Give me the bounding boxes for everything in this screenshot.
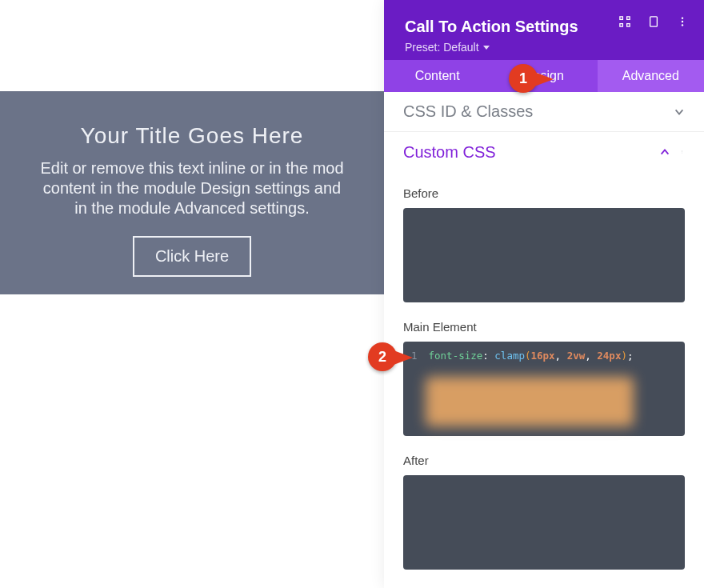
semicolon-token: ;: [627, 350, 634, 362]
preview-description: Edit or remove this text inline or in th…: [0, 158, 384, 218]
blurred-content: [426, 377, 634, 426]
field-label-before: Before: [403, 186, 685, 200]
cta-button[interactable]: Click Here: [133, 236, 251, 277]
svg-rect-0: [620, 17, 623, 20]
more-vertical-icon[interactable]: [682, 146, 685, 158]
main-element-code-input[interactable]: 1 font-size: clamp(16px, 2vw, 24px);: [403, 342, 685, 436]
value-token: 2vw: [567, 350, 586, 362]
section-css-id-classes[interactable]: CSS ID & Classes: [384, 92, 704, 132]
field-label-main-element: Main Element: [403, 320, 685, 334]
section-label: Custom CSS: [403, 143, 496, 162]
preview-desc-line: content in the module Design settings an…: [43, 179, 341, 197]
annotation-badge-1: 1: [509, 64, 538, 93]
value-token: 16px: [531, 350, 555, 362]
settings-panel: Call To Action Settings Preset: Default: [384, 0, 704, 588]
comma-token: ,: [555, 350, 567, 362]
svg-rect-3: [627, 24, 630, 27]
chevron-up-icon: [659, 146, 670, 158]
tab-content[interactable]: Content: [384, 60, 490, 92]
css-property-token: font-size: [429, 350, 483, 362]
annotation-badge-2: 2: [368, 342, 397, 371]
preview-title: Your Title Goes Here: [81, 123, 304, 149]
fullscreen-icon[interactable]: [619, 16, 630, 27]
cta-preview: Your Title Goes Here Edit or remove this…: [0, 91, 384, 294]
svg-point-8: [682, 24, 683, 26]
more-vertical-icon[interactable]: [677, 16, 688, 27]
svg-point-7: [682, 21, 683, 22]
before-code-input[interactable]: [403, 208, 685, 302]
preview-desc-line: Edit or remove this text inline or in th…: [40, 159, 343, 177]
svg-point-11: [682, 153, 682, 154]
svg-rect-1: [627, 17, 630, 20]
comma-token: ,: [585, 350, 597, 362]
preset-selector[interactable]: Preset: Default: [405, 41, 683, 54]
css-function-token: clamp: [494, 350, 525, 362]
close-paren-token: ): [621, 350, 627, 362]
section-custom-css[interactable]: Custom CSS: [384, 132, 704, 172]
svg-rect-4: [650, 17, 658, 26]
field-label-after: After: [403, 454, 685, 467]
preview-desc-line: in the module Advanced settings.: [74, 199, 310, 217]
colon-token: :: [482, 350, 489, 362]
custom-css-fields: Before Main Element 1 font-size: clamp(1…: [384, 172, 704, 570]
preset-label: Preset: Default: [405, 41, 479, 54]
value-token: 24px: [597, 350, 621, 362]
after-code-input[interactable]: [403, 475, 685, 570]
tablet-icon[interactable]: [648, 16, 659, 27]
code-line: 1 font-size: clamp(16px, 2vw, 24px);: [411, 350, 677, 362]
svg-rect-2: [620, 24, 623, 27]
section-label: CSS ID & Classes: [403, 102, 533, 121]
open-paren-token: (: [525, 350, 531, 362]
panel-header: Call To Action Settings Preset: Default: [384, 0, 704, 60]
tab-advanced[interactable]: Advanced: [598, 60, 704, 92]
header-icons: [619, 16, 688, 27]
svg-point-9: [682, 150, 682, 151]
svg-point-10: [682, 151, 682, 152]
caret-down-icon: [483, 46, 490, 50]
chevron-down-icon: [674, 106, 685, 118]
svg-point-6: [682, 17, 683, 18]
